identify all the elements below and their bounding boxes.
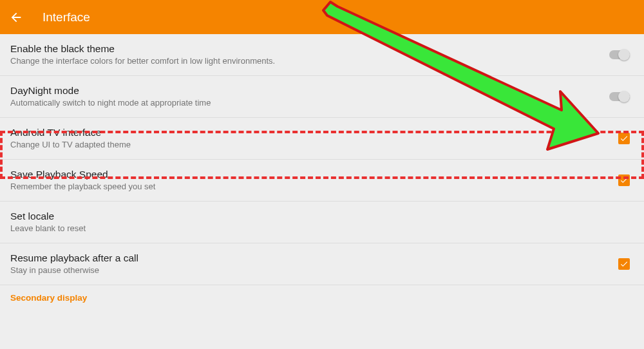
item-enable-black-theme[interactable]: Enable the black theme Change the interf… [0,34,644,76]
page-title: Interface [43,10,90,24]
item-title: DayNight mode [10,85,211,97]
item-text: Resume playback after a call Stay in pau… [10,252,138,275]
item-set-locale[interactable]: Set locale Leave blank to reset [0,202,644,243]
item-text: Android TV interface Change UI to TV ada… [10,127,131,149]
header: Interface [0,0,644,34]
switch-control[interactable] [609,91,630,102]
item-subtitle: Change UI to TV adapted theme [10,140,131,149]
item-subtitle: Stay in pause otherwise [10,265,138,275]
item-title: Resume playback after a call [10,252,138,264]
item-subtitle: Remember the playback speed you set [10,182,155,191]
back-arrow-icon[interactable] [9,10,23,24]
item-text: Save Playback Speed Remember the playbac… [10,169,155,191]
item-title: Enable the black theme [10,43,275,55]
switch-icon [609,91,630,102]
checkbox-control[interactable] [618,133,630,144]
item-resume-playback-after-call[interactable]: Resume playback after a call Stay in pau… [0,243,644,285]
item-text: Set locale Leave blank to reset [10,211,86,233]
item-title: Set locale [10,211,86,222]
item-subtitle: Change the interface colors for better c… [10,56,275,66]
settings-list: Enable the black theme Change the interf… [0,34,644,310]
item-subtitle: Leave blank to reset [10,223,86,233]
switch-control[interactable] [609,49,630,61]
item-text: Enable the black theme Change the interf… [10,43,275,66]
item-text: DayNight mode Automatically switch to ni… [10,85,211,108]
section-secondary-display: Secondary display [0,285,644,310]
item-subtitle: Automatically switch to night mode at ap… [10,98,211,108]
checkbox-checked-icon [618,174,630,186]
item-title: Save Playback Speed [10,169,155,180]
item-title: Android TV interface [10,127,131,138]
switch-icon [609,49,630,61]
checkbox-checked-icon [618,258,630,270]
item-android-tv-interface[interactable]: Android TV interface Change UI to TV ada… [0,118,644,160]
item-daynight-mode[interactable]: DayNight mode Automatically switch to ni… [0,76,644,118]
item-save-playback-speed[interactable]: Save Playback Speed Remember the playbac… [0,160,644,202]
checkbox-control[interactable] [618,174,630,186]
checkbox-control[interactable] [618,258,630,270]
checkbox-checked-icon [618,133,630,144]
